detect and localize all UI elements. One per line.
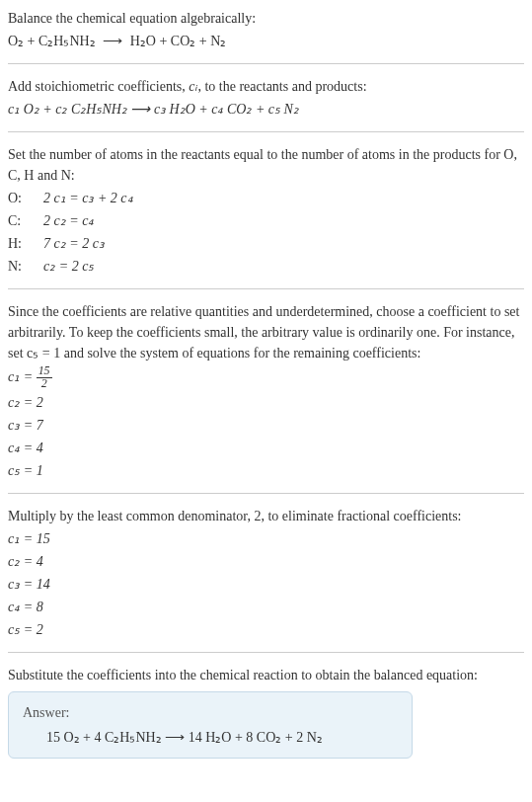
intro-title: Balance the chemical equation algebraica… — [8, 8, 524, 29]
intro-equation: O₂ + C₂H₅NH₂ ⟶ H₂O + CO₂ + N₂ — [8, 31, 524, 51]
atom-equation: 2 c₁ = c₃ + 2 c₄ — [43, 188, 133, 208]
atom-label: C: — [8, 210, 28, 231]
stoich-equation: c₁ O₂ + c₂ C₂H₅NH₂ ⟶ c₃ H₂O + c₄ CO₂ + c… — [8, 99, 524, 120]
atom-row: N: c₂ = 2 c₅ — [8, 256, 524, 277]
intro-lhs: O₂ + C₂H₅NH₂ — [8, 34, 96, 48]
stoich-title-prefix: Add stoichiometric coefficients, — [8, 79, 189, 94]
underdetermined-text: Since the coefficients are relative quan… — [8, 301, 524, 363]
substitute-section: Substitute the coefficients into the che… — [8, 665, 524, 759]
intro-section: Balance the chemical equation algebraica… — [8, 8, 524, 51]
atom-row: H: 7 c₂ = 2 c₃ — [8, 233, 524, 254]
coeff-c3: c₃ = 7 — [8, 415, 524, 436]
coeff-c1: c₁ = 152 — [8, 365, 524, 390]
answer-label: Answer: — [23, 702, 398, 723]
coeff-c1: c₁ = 15 — [8, 528, 524, 549]
coeff-c2: c₂ = 2 — [8, 392, 524, 413]
stoich-section: Add stoichiometric coefficients, cᵢ, to … — [8, 76, 524, 120]
atom-label: H: — [8, 233, 28, 254]
answer-box: Answer: 15 O₂ + 4 C₂H₅NH₂ ⟶ 14 H₂O + 8 C… — [8, 691, 413, 759]
divider — [8, 652, 524, 653]
coeff-c4: c₄ = 4 — [8, 438, 524, 458]
substitute-text: Substitute the coefficients into the che… — [8, 665, 524, 685]
divider — [8, 288, 524, 289]
lcd-section: Multiply by the least common denominator… — [8, 506, 524, 640]
stoich-title-suffix: , to the reactants and products: — [197, 79, 366, 94]
stoich-title: Add stoichiometric coefficients, cᵢ, to … — [8, 76, 524, 97]
underdetermined-section: Since the coefficients are relative quan… — [8, 301, 524, 481]
atom-label: O: — [8, 188, 28, 208]
coeff-c2: c₂ = 4 — [8, 551, 524, 572]
divider — [8, 63, 524, 64]
atom-equation: 2 c₂ = c₄ — [43, 210, 94, 231]
atom-row: C: 2 c₂ = c₄ — [8, 210, 524, 231]
coeff-c5: c₅ = 2 — [8, 619, 524, 640]
coeff-c5: c₅ = 1 — [8, 460, 524, 481]
c1-label: c₁ = — [8, 369, 37, 384]
fraction-den: 2 — [37, 378, 52, 390]
arrow-symbol: ⟶ — [103, 34, 122, 48]
atom-equation: 7 c₂ = 2 c₃ — [43, 233, 105, 254]
answer-equation: 15 O₂ + 4 C₂H₅NH₂ ⟶ 14 H₂O + 8 CO₂ + 2 N… — [23, 727, 398, 748]
coeff-c4: c₄ = 8 — [8, 597, 524, 617]
atom-label: N: — [8, 256, 28, 277]
lcd-text: Multiply by the least common denominator… — [8, 506, 524, 526]
fraction: 152 — [37, 365, 52, 390]
divider — [8, 131, 524, 132]
divider — [8, 493, 524, 494]
atoms-title: Set the number of atoms in the reactants… — [8, 144, 524, 186]
atom-row: O: 2 c₁ = c₃ + 2 c₄ — [8, 188, 524, 208]
coeff-c3: c₃ = 14 — [8, 574, 524, 595]
intro-rhs: H₂O + CO₂ + N₂ — [130, 34, 227, 48]
atom-equation: c₂ = 2 c₅ — [43, 256, 94, 277]
atoms-section: Set the number of atoms in the reactants… — [8, 144, 524, 277]
